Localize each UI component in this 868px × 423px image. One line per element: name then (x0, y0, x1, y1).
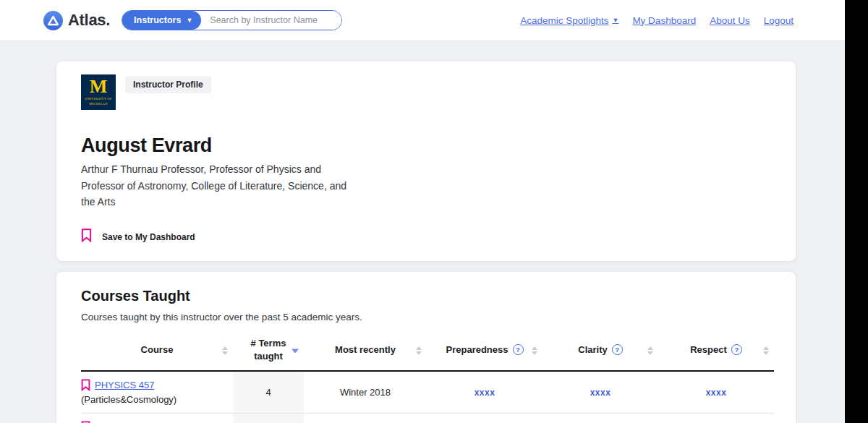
brand-name: Atlas. (68, 11, 110, 30)
bookmark-icon (81, 228, 92, 242)
sort-icon[interactable] (763, 346, 769, 355)
clarity-value: xxxx (542, 414, 658, 423)
nav-academic-spotlights-label: Academic Spotlights (520, 15, 608, 26)
terms-taught-cell: 4 (233, 371, 304, 414)
preparedness-value: xxxx (427, 371, 542, 414)
table-row: PHYSICS 457 (Particles&Cosmology) 4 Wint… (81, 371, 774, 414)
column-header-respect[interactable]: Respect ? (658, 333, 774, 371)
course-link[interactable]: PHYSICS 457 (95, 380, 154, 390)
app-page: Atlas. Instructors ▼ Academic Spotlights… (0, 0, 845, 423)
column-header-terms-taught[interactable]: # Terms taught (233, 333, 304, 371)
search-category-label: Instructors (134, 15, 181, 25)
search-bar: Instructors ▼ (122, 10, 342, 30)
table-header-row: Course # Terms taught Most recently (81, 333, 774, 371)
bookmark-icon[interactable] (81, 379, 90, 391)
instructor-profile-badge: Instructor Profile (125, 76, 211, 93)
chevron-down-icon: ▼ (612, 17, 618, 24)
nav-links: Academic Spotlights ▼ My Dashboard About… (520, 15, 793, 26)
um-block-m: M (90, 78, 108, 95)
sort-icon[interactable] (647, 346, 653, 355)
sort-desc-icon[interactable] (292, 349, 299, 354)
courses-taught-card: Courses Taught Courses taught by this in… (56, 272, 796, 423)
sort-icon[interactable] (222, 346, 228, 355)
help-icon[interactable]: ? (612, 344, 623, 355)
nav-logout[interactable]: Logout (764, 15, 793, 26)
search-input[interactable] (201, 11, 341, 30)
column-header-course[interactable]: Course (81, 333, 233, 371)
sort-icon[interactable] (416, 346, 422, 355)
column-header-clarity[interactable]: Clarity ? (542, 333, 658, 371)
courses-subheading: Courses taught by this instructor over t… (81, 312, 771, 322)
instructor-profile-card: M UNIVERSITY OF MICHIGAN Instructor Prof… (56, 61, 796, 261)
most-recently-cell: Winter 2018 (304, 371, 427, 414)
nav-my-dashboard[interactable]: My Dashboard (632, 15, 696, 26)
course-cell: HONORS 365 (Cyberscience) (81, 414, 233, 423)
nav-about-us[interactable]: About Us (710, 15, 750, 26)
sort-icon[interactable] (532, 346, 537, 355)
respect-value: xxxx (658, 414, 774, 423)
save-to-dashboard-label: Save to My Dashboard (102, 232, 195, 242)
search-category-dropdown[interactable]: Instructors ▼ (122, 11, 201, 30)
help-icon[interactable]: ? (731, 344, 742, 355)
clarity-value: xxxx (542, 371, 658, 414)
save-to-dashboard-button[interactable]: Save to My Dashboard (81, 228, 771, 242)
atlas-brand[interactable]: Atlas. (43, 11, 110, 30)
nav-academic-spotlights[interactable]: Academic Spotlights ▼ (520, 15, 618, 26)
courses-heading: Courses Taught (81, 288, 771, 304)
main-content: M UNIVERSITY OF MICHIGAN Instructor Prof… (0, 41, 845, 423)
respect-value: xxxx (658, 371, 774, 414)
top-navbar: Atlas. Instructors ▼ Academic Spotlights… (0, 0, 845, 41)
course-cell: PHYSICS 457 (Particles&Cosmology) (81, 371, 233, 414)
instructor-name: August Evrard (81, 134, 771, 157)
um-logo-text: UNIVERSITY OF MICHIGAN (85, 97, 112, 107)
preparedness-value: xxxx (427, 414, 542, 423)
profile-header: M UNIVERSITY OF MICHIGAN Instructor Prof… (81, 74, 771, 110)
instructor-title: Arthur F Thurnau Professor, Professor of… (81, 161, 357, 210)
atlas-triangle-icon (43, 11, 63, 30)
table-row: HONORS 365 (Cyberscience) 3 Fall 2017 xx… (81, 414, 774, 423)
university-of-michigan-logo: M UNIVERSITY OF MICHIGAN (81, 74, 116, 110)
help-icon[interactable]: ? (513, 344, 524, 355)
courses-table: Course # Terms taught Most recently (81, 333, 774, 423)
terms-taught-cell: 3 (233, 414, 304, 423)
column-header-preparedness[interactable]: Preparedness ? (427, 333, 542, 371)
course-description: (Particles&Cosmology) (81, 394, 176, 405)
column-header-most-recently[interactable]: Most recently (304, 333, 427, 371)
chevron-down-icon: ▼ (186, 17, 192, 24)
most-recently-cell: Fall 2017 (304, 414, 427, 423)
